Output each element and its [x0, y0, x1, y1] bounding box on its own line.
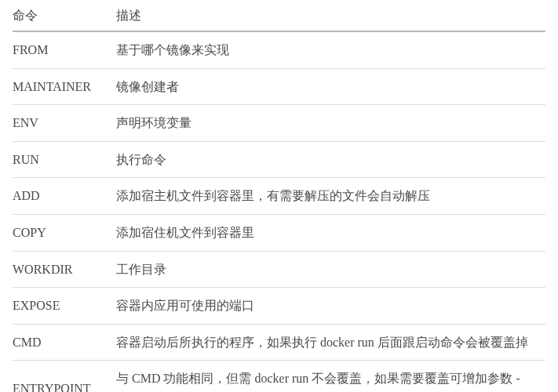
table-row: WORKDIR工作目录	[13, 251, 545, 288]
cell-description: 添加宿主机文件到容器里，有需要解压的文件会自动解压	[116, 178, 545, 215]
cell-description: 声明环境变量	[116, 105, 545, 142]
cell-command: CMD	[13, 324, 116, 361]
cell-description: 添加宿住机文件到容器里	[116, 214, 545, 251]
table-row: EXPOSE容器内应用可使用的端口	[13, 288, 545, 325]
table-row: MAINTAINER镜像创建者	[13, 68, 545, 105]
cell-command: WORKDIR	[13, 251, 116, 288]
cell-description: 容器内应用可使用的端口	[116, 288, 545, 325]
table-row: FROM基于哪个镜像来实现	[13, 31, 545, 68]
table-row: ENV声明环境变量	[13, 105, 545, 142]
cell-command: EXPOSE	[13, 288, 116, 325]
table-body: FROM基于哪个镜像来实现 MAINTAINER镜像创建者 ENV声明环境变量 …	[13, 31, 545, 392]
table-row: CMD容器启动后所执行的程序，如果执行 docker run 后面跟启动命令会被…	[13, 324, 545, 361]
cell-description: 执行命令	[116, 141, 545, 178]
header-command: 命令	[13, 3, 116, 31]
cell-command: MAINTAINER	[13, 68, 116, 105]
cell-description: 与 CMD 功能相同，但需 docker run 不会覆盖，如果需要覆盖可增加参…	[116, 361, 545, 392]
cell-command: COPY	[13, 214, 116, 251]
dockerfile-commands-table: 命令 描述 FROM基于哪个镜像来实现 MAINTAINER镜像创建者 ENV声…	[13, 3, 545, 392]
cell-command: ADD	[13, 178, 116, 215]
table-header-row: 命令 描述	[13, 3, 545, 31]
cell-command: RUN	[13, 141, 116, 178]
table-row: COPY添加宿住机文件到容器里	[13, 214, 545, 251]
cell-command: ENV	[13, 105, 116, 142]
table-row: RUN执行命令	[13, 141, 545, 178]
table-row: ENTRYPOINT与 CMD 功能相同，但需 docker run 不会覆盖，…	[13, 361, 545, 392]
cell-description: 镜像创建者	[116, 68, 545, 105]
header-description: 描述	[116, 3, 545, 31]
cell-description: 基于哪个镜像来实现	[116, 31, 545, 68]
cell-description: 工作目录	[116, 251, 545, 288]
cell-command: FROM	[13, 31, 116, 68]
cell-command: ENTRYPOINT	[13, 361, 116, 392]
cell-description: 容器启动后所执行的程序，如果执行 docker run 后面跟启动命令会被覆盖掉	[116, 324, 545, 361]
table-row: ADD添加宿主机文件到容器里，有需要解压的文件会自动解压	[13, 178, 545, 215]
